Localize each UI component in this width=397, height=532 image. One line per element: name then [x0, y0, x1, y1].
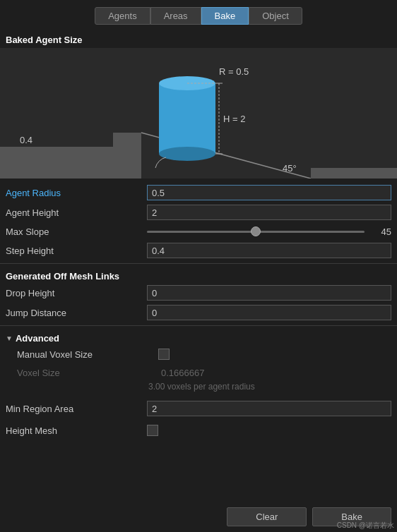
min-region-row: Min Region Area — [0, 399, 397, 418]
bottom-bar: Clear Bake — [0, 502, 397, 532]
advanced-title: Advanced — [16, 333, 59, 344]
max-slope-slider-container: 45 — [147, 226, 391, 237]
manual-voxel-row: Manual Voxel Size — [0, 345, 397, 363]
max-slope-slider[interactable] — [147, 231, 365, 233]
svg-rect-4 — [159, 83, 215, 154]
baked-agent-size-title: Baked Agent Size — [0, 30, 397, 48]
step-height-row: Step Height — [0, 241, 397, 260]
max-slope-value: 45 — [370, 226, 391, 237]
tab-object[interactable]: Object — [249, 7, 302, 25]
svg-text:R = 0.5: R = 0.5 — [219, 66, 249, 77]
svg-text:45°: 45° — [283, 163, 297, 174]
agent-height-input[interactable] — [147, 205, 391, 220]
clear-button[interactable]: Clear — [227, 507, 307, 526]
min-region-input[interactable] — [147, 401, 391, 416]
manual-voxel-label: Manual Voxel Size — [17, 349, 158, 360]
voxel-subtext: 3.00 voxels per agent radius — [0, 382, 397, 394]
advanced-arrow-icon: ▼ — [6, 334, 13, 342]
height-mesh-checkbox[interactable] — [147, 425, 158, 436]
viz-area: R = 0.5 H = 2 0.4 45° — [0, 48, 397, 179]
advanced-header[interactable]: ▼ Advanced — [0, 329, 397, 345]
tab-areas[interactable]: Areas — [150, 7, 201, 25]
agent-radius-label: Agent Radius — [6, 188, 147, 198]
max-slope-row: Max Slope 45 — [0, 222, 397, 241]
height-mesh-label: Height Mesh — [6, 425, 147, 436]
manual-voxel-checkbox[interactable] — [158, 349, 170, 360]
off-mesh-title: Generated Off Mesh Links — [6, 271, 119, 282]
svg-text:H = 2: H = 2 — [223, 114, 245, 124]
drop-height-label: Drop Height — [6, 288, 147, 298]
agent-height-label: Agent Height — [6, 207, 147, 218]
tab-agents[interactable]: Agents — [95, 7, 150, 25]
voxel-size-value: 0.1666667 — [158, 368, 391, 378]
tab-bake[interactable]: Bake — [201, 7, 249, 25]
drop-height-row: Drop Height — [0, 283, 397, 303]
step-height-label: Step Height — [6, 246, 147, 256]
jump-distance-label: Jump Distance — [6, 308, 147, 318]
agent-radius-input[interactable] — [147, 185, 391, 200]
svg-text:0.4: 0.4 — [20, 135, 32, 145]
min-region-label: Min Region Area — [6, 404, 147, 414]
svg-marker-3 — [311, 168, 397, 179]
svg-point-6 — [159, 147, 215, 161]
voxel-size-label: Voxel Size — [17, 368, 158, 378]
jump-distance-row: Jump Distance — [0, 303, 397, 322]
agent-height-row: Agent Height — [0, 202, 397, 222]
max-slope-label: Max Slope — [6, 226, 147, 237]
tabs-bar: Agents Areas Bake Object — [0, 0, 397, 30]
voxel-size-row: Voxel Size 0.1666667 — [0, 363, 397, 382]
height-mesh-row: Height Mesh — [0, 421, 397, 440]
agent-radius-row: Agent Radius — [0, 183, 397, 202]
bake-button[interactable]: Bake — [312, 507, 391, 526]
off-mesh-header: Generated Off Mesh Links — [0, 267, 397, 283]
jump-distance-input[interactable] — [147, 305, 391, 320]
step-height-input[interactable] — [147, 243, 391, 258]
drop-height-input[interactable] — [147, 285, 391, 301]
